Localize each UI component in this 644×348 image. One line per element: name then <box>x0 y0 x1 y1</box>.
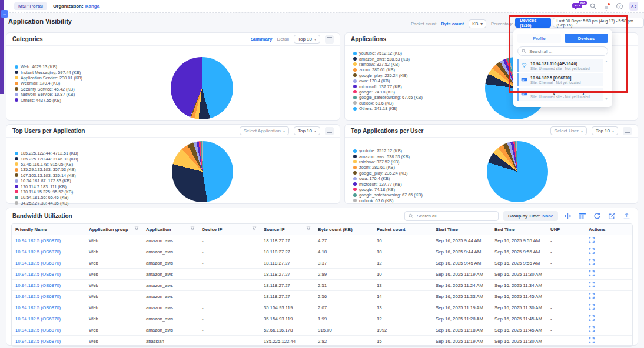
column-header[interactable]: Application <box>142 224 198 235</box>
legend-item[interactable]: 167.103.13.103: 330.14 (KB) <box>15 173 78 178</box>
devices-filter-button[interactable]: Devices (3/10) <box>515 18 551 28</box>
legend-item[interactable]: youtube: 7512.12 (KB) <box>353 51 423 56</box>
row-expand-cell[interactable] <box>585 302 632 313</box>
search-icon[interactable] <box>590 1 596 12</box>
summary-link[interactable]: Summary <box>251 36 272 42</box>
filter-funnel-icon[interactable] <box>134 226 139 232</box>
legend-item[interactable]: google_play: 235.24 (KB) <box>353 73 423 78</box>
legend-item[interactable]: rainbow: 327.52 (KB) <box>353 62 423 67</box>
column-header[interactable]: Packet count <box>373 224 432 235</box>
chart-menu-icon[interactable] <box>325 35 334 44</box>
refresh-icon[interactable] <box>592 211 602 220</box>
legend-item[interactable]: rainbow: 327.52 (KB) <box>353 159 423 165</box>
friendly-name-link[interactable]: 10.94.182.5 (OS6870) <box>12 246 85 257</box>
legend-item[interactable]: 52.46.116.178: 915.05 (KB) <box>15 162 78 167</box>
unit-select[interactable]: KB ▾ <box>469 19 486 28</box>
expand-icon[interactable] <box>589 237 595 243</box>
top10-select[interactable]: Top 10 ▾ <box>592 126 618 135</box>
filter-funnel-icon[interactable] <box>252 226 257 232</box>
device-list-scrollbar[interactable]: ▲ ▼ <box>605 59 608 101</box>
legend-item[interactable]: Application Service: 230.01 (KB) <box>15 75 82 81</box>
upload-icon[interactable] <box>622 211 632 220</box>
expand-icon[interactable] <box>589 270 595 276</box>
legend-item[interactable]: 135.29.133.103: 357.53 (KB) <box>15 167 78 172</box>
row-expand-cell[interactable] <box>585 291 632 302</box>
expand-icon[interactable] <box>589 293 595 299</box>
legend-item[interactable]: outlook: 63.6 (KB) <box>353 101 423 106</box>
group-by-time-button[interactable]: Group by Time: None <box>503 211 558 221</box>
friendly-name-link[interactable]: 10.94.182.5 (OS6870) <box>12 291 85 302</box>
rainbow-chat-icon[interactable]: 848 <box>572 2 583 11</box>
legend-item[interactable]: 170.114.7.183: 111 (KB) <box>15 183 78 189</box>
msp-portal-chip[interactable]: MSP Portal <box>14 2 47 10</box>
row-expand-cell[interactable] <box>585 257 632 269</box>
column-header[interactable]: Start Time <box>432 224 491 235</box>
expand-icon[interactable] <box>589 248 595 254</box>
date-range-button[interactable]: Last 30 Days: 5:58 pm (Aug 17) - 5:58 pm… <box>553 18 644 28</box>
friendly-name-link[interactable]: 10.94.182.5 (OS6870) <box>12 257 85 269</box>
avatar[interactable]: A J <box>629 2 638 11</box>
row-expand-cell[interactable] <box>585 246 632 257</box>
expand-icon[interactable] <box>589 282 595 287</box>
legend-item[interactable]: Others: 341.18 (KB) <box>353 106 423 111</box>
friendly-name-link[interactable]: 10.94.182.5 (OS6870) <box>12 324 85 336</box>
expand-icon[interactable] <box>589 259 595 265</box>
legend-item[interactable]: Network Service: 10.87 (KB) <box>15 92 82 97</box>
legend-item[interactable]: youtube: 7512.12 (KB) <box>353 148 423 153</box>
legend-item[interactable]: google: 74.18 (KB) <box>353 89 423 95</box>
legend-item[interactable]: 10.34.181.87: 172.83 (KB) <box>15 178 78 183</box>
device-list-item[interactable]: 10.94.181.110 (AP-16A0)Site: Unnamed sit… <box>517 59 603 72</box>
friendly-name-link[interactable]: 10.94.182.5 (OS6870) <box>12 269 85 280</box>
expand-icon[interactable] <box>589 326 595 332</box>
column-header[interactable]: Friendly Name <box>12 224 85 235</box>
device-list-item[interactable]: 10.94.182.5 [OS6870]Site: Chennai - Not … <box>517 73 603 86</box>
legend-item[interactable]: microsoft: 137.77 (KB) <box>353 83 423 89</box>
packet-count-toggle[interactable]: Packet count <box>411 21 436 26</box>
byte-count-toggle[interactable]: Byte count <box>441 21 464 26</box>
notifications-bell-icon[interactable] <box>603 3 610 10</box>
select-application-dropdown[interactable]: Select Application ▾ <box>240 126 289 135</box>
legend-item[interactable]: Security Service: 45.42 (KB) <box>15 86 82 92</box>
categories-pie-chart[interactable] <box>171 57 233 119</box>
legend-item[interactable]: amazon_aws: 538.53 (KB) <box>353 153 423 159</box>
filter-funnel-icon[interactable] <box>306 226 311 232</box>
top10-select[interactable]: Top 10 ▾ <box>294 35 320 44</box>
select-user-dropdown[interactable]: Select User ▾ <box>550 126 587 135</box>
legend-item[interactable]: google_safebrowsing: 67.65 (KB) <box>353 192 423 198</box>
detail-link[interactable]: Detail <box>277 36 289 42</box>
columns-icon[interactable] <box>577 211 587 220</box>
column-header[interactable]: Actions <box>585 224 632 235</box>
friendly-name-link[interactable]: 10.94.182.5 (OS6870) <box>12 235 85 246</box>
column-header[interactable]: Source IP <box>260 224 314 235</box>
legend-item[interactable]: Others: 4437.55 (KB) <box>15 97 82 102</box>
column-header[interactable]: UNP <box>547 224 585 235</box>
legend-item[interactable]: amazon_aws: 538.53 (KB) <box>353 56 423 61</box>
legend-item[interactable]: zoom: 280.61 (KB) <box>353 67 423 72</box>
top-apps-pie-chart[interactable] <box>487 141 548 202</box>
table-search-input[interactable] <box>416 213 494 219</box>
export-icon[interactable] <box>607 211 617 220</box>
legend-item[interactable]: owa: 170.4 (KB) <box>353 176 423 181</box>
device-list-item[interactable]: 10.94.181.4 [OS6360-12345]Site: Unnamed … <box>517 88 603 101</box>
legend-item[interactable]: 10.54.181.55: 65.46 (KB) <box>15 195 78 200</box>
scroll-down-icon[interactable]: ▼ <box>605 97 608 101</box>
legend-item[interactable]: microsoft: 137.77 (KB) <box>353 181 423 186</box>
column-header[interactable]: Byte count (KB) <box>314 224 373 235</box>
legend-item[interactable]: 34.252.27.33: 44.35 (KB) <box>15 200 78 206</box>
legend-item[interactable]: google: 74.18 (KB) <box>353 187 423 192</box>
top-users-pie-chart[interactable] <box>172 141 233 202</box>
expand-icon[interactable] <box>589 315 595 321</box>
row-expand-cell[interactable] <box>585 280 632 291</box>
column-header[interactable]: End Time <box>491 224 547 235</box>
legend-item[interactable]: Web: 4629.13 (KB) <box>15 64 82 69</box>
legend-item[interactable]: outlook: 63.6 (KB) <box>353 198 423 203</box>
top10-select[interactable]: Top 10 ▾ <box>294 126 320 135</box>
row-expand-cell[interactable] <box>585 269 632 280</box>
friendly-name-link[interactable]: 10.94.182.5 (OS6870) <box>12 302 85 313</box>
legend-item[interactable]: Webmail: 170.4 (KB) <box>15 81 82 86</box>
friendly-name-link[interactable]: 10.94.182.5 (OS6870) <box>12 336 85 347</box>
row-expand-cell[interactable] <box>585 235 632 246</box>
expand-icon[interactable] <box>589 337 595 343</box>
filter-funnel-icon[interactable] <box>190 226 195 232</box>
sidebar-toggle-button[interactable]: → <box>1 10 8 18</box>
